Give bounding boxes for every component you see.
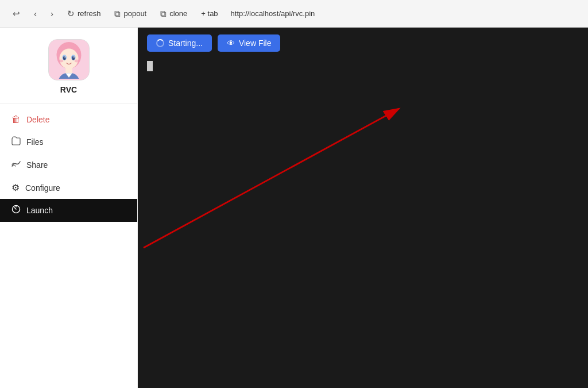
popout-label: popout bbox=[123, 9, 146, 18]
avatar bbox=[48, 39, 90, 80]
prev-icon: ‹ bbox=[34, 9, 37, 18]
back-icon: ↩ bbox=[13, 9, 20, 19]
terminal-area bbox=[138, 59, 588, 388]
files-icon bbox=[11, 136, 21, 148]
next-button[interactable]: › bbox=[45, 6, 59, 21]
popout-icon: ⧉ bbox=[114, 9, 121, 19]
view-file-button[interactable]: 👁 View File bbox=[218, 34, 281, 52]
refresh-label: refresh bbox=[78, 9, 100, 18]
starting-label: Starting... bbox=[168, 39, 203, 48]
terminal-cursor bbox=[147, 61, 153, 71]
svg-rect-11 bbox=[65, 68, 72, 74]
sidebar-item-files[interactable]: Files bbox=[0, 130, 137, 153]
share-icon bbox=[11, 159, 21, 171]
sidebar-label-files: Files bbox=[26, 137, 44, 147]
action-bar: Starting... 👁 View File bbox=[138, 28, 588, 59]
app-name: RVC bbox=[60, 85, 77, 94]
tab-button[interactable]: + tab bbox=[195, 7, 223, 20]
svg-point-7 bbox=[64, 56, 65, 57]
sidebar-menu: 🗑 Delete Files bbox=[0, 104, 137, 226]
svg-point-8 bbox=[73, 56, 74, 57]
view-file-icon: 👁 bbox=[227, 39, 235, 48]
starting-button[interactable]: Starting... bbox=[147, 34, 212, 52]
arrow-overlay bbox=[138, 59, 588, 388]
sidebar-item-launch[interactable]: Launch bbox=[0, 199, 137, 222]
refresh-icon: ↻ bbox=[67, 9, 75, 19]
clone-label: clone bbox=[169, 9, 187, 18]
sidebar-item-delete[interactable]: 🗑 Delete bbox=[0, 109, 137, 130]
sidebar-item-share[interactable]: Share bbox=[0, 153, 137, 176]
url-display: http://localhost/api/rvc.pin bbox=[226, 7, 581, 20]
content-area: RVC 🗑 Delete Files bbox=[0, 28, 588, 388]
svg-line-14 bbox=[144, 109, 399, 248]
sidebar-item-configure[interactable]: ⚙ Configure bbox=[0, 176, 137, 199]
view-file-label: View File bbox=[239, 39, 272, 48]
svg-point-2 bbox=[59, 49, 78, 69]
clone-button[interactable]: ⧉ clone bbox=[154, 6, 193, 21]
tab-label: + tab bbox=[201, 9, 218, 18]
top-bar: ↩ ‹ › ↻ refresh ⧉ popout ⧉ clone + tab h… bbox=[0, 0, 588, 28]
sidebar-label-configure: Configure bbox=[25, 183, 60, 193]
refresh-button[interactable]: ↻ refresh bbox=[61, 6, 106, 21]
app-avatar-section: RVC bbox=[0, 28, 137, 104]
sidebar: RVC 🗑 Delete Files bbox=[0, 28, 138, 388]
back-button[interactable]: ↩ bbox=[7, 6, 26, 21]
configure-icon: ⚙ bbox=[11, 182, 20, 193]
sidebar-label-share: Share bbox=[26, 160, 48, 170]
sidebar-label-launch: Launch bbox=[26, 206, 53, 215]
svg-point-10 bbox=[74, 60, 79, 63]
sidebar-label-delete: Delete bbox=[26, 115, 49, 124]
main-panel: Starting... 👁 View File bbox=[138, 28, 588, 388]
loading-spinner bbox=[156, 39, 164, 47]
popout-button[interactable]: ⧉ popout bbox=[109, 6, 152, 21]
svg-point-9 bbox=[59, 60, 63, 63]
delete-icon: 🗑 bbox=[11, 114, 21, 125]
launch-icon bbox=[11, 205, 21, 216]
next-icon: › bbox=[51, 9, 53, 18]
prev-button[interactable]: ‹ bbox=[28, 6, 42, 21]
clone-icon: ⧉ bbox=[160, 9, 167, 19]
